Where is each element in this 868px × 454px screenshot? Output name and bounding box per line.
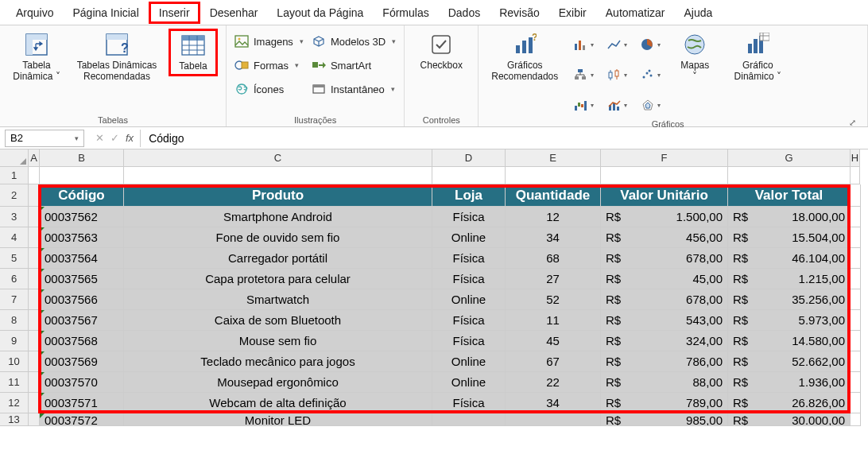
cell-unit[interactable]: R$1.500,00	[601, 207, 728, 227]
cell-unit[interactable]: R$789,00	[601, 393, 728, 413]
cell-loja[interactable]: Online	[432, 289, 506, 310]
cell-total[interactable]: R$30.000,00	[728, 413, 851, 426]
cell-produto[interactable]: Monitor LED	[124, 413, 432, 426]
col-header-A[interactable]: A	[29, 149, 40, 167]
menu-revisao[interactable]: Revisão	[490, 2, 549, 24]
cell-loja[interactable]	[432, 413, 506, 426]
cell-produto[interactable]: Fone de ouvido sem fio	[124, 227, 432, 248]
cell-codigo[interactable]: 00037569	[40, 351, 124, 372]
table-row[interactable]: 00037565Capa protetora para celularFísic…	[29, 269, 868, 289]
cell-unit[interactable]: R$45,00	[601, 269, 728, 289]
row-header-7[interactable]: 7	[0, 289, 29, 310]
cell-loja[interactable]: Online	[432, 227, 506, 248]
pie-chart-button[interactable]: ▾	[637, 32, 663, 57]
pivot-chart-button[interactable]: GráficoDinâmico ˅	[727, 29, 789, 83]
row-header-1[interactable]: 1	[0, 167, 29, 184]
cell-qtd[interactable]: 68	[506, 248, 601, 269]
cell-loja[interactable]: Física	[432, 331, 506, 351]
row-header-5[interactable]: 5	[0, 248, 29, 269]
col-header-C[interactable]: C	[124, 149, 432, 167]
cell-codigo[interactable]: 00037568	[40, 331, 124, 351]
row-header-2[interactable]: 2	[0, 184, 29, 207]
menu-ajuda[interactable]: Ajuda	[674, 2, 722, 24]
cell-qtd[interactable]: 12	[506, 207, 601, 227]
cell-unit[interactable]: R$985,00	[601, 413, 728, 426]
cell-produto[interactable]: Teclado mecânico para jogos	[124, 351, 432, 372]
hierarchy-chart-button[interactable]: ▾	[571, 62, 596, 87]
cell-unit[interactable]: R$324,00	[601, 331, 728, 351]
cell-loja[interactable]: Online	[432, 372, 506, 393]
row-header-8[interactable]: 8	[0, 310, 29, 331]
cell-qtd[interactable]: 22	[506, 372, 601, 393]
cell-produto[interactable]: Smartphone Android	[124, 207, 432, 227]
cancel-icon[interactable]: ✕	[95, 132, 104, 144]
cell-qtd[interactable]: 67	[506, 351, 601, 372]
scatter-chart-button[interactable]: ▾	[637, 62, 663, 87]
name-box-dropdown[interactable]: ▾	[75, 134, 79, 142]
cell-total[interactable]: R$35.256,00	[728, 289, 851, 310]
cell-produto[interactable]: Smartwatch	[124, 289, 432, 310]
cell-produto[interactable]: Webcam de alta definição	[124, 393, 432, 413]
cell-qtd[interactable]: 34	[506, 227, 601, 248]
row-header-13[interactable]: 13	[0, 413, 29, 426]
menu-exibir[interactable]: Exibir	[549, 2, 596, 24]
combo-chart-button[interactable]: ▾	[604, 92, 630, 118]
cell-unit[interactable]: R$678,00	[601, 248, 728, 269]
header-codigo[interactable]: Código	[40, 184, 124, 207]
cell-qtd[interactable]: 11	[506, 310, 601, 331]
cell-codigo[interactable]: 00037566	[40, 289, 124, 310]
menu-layout[interactable]: Layout da Página	[267, 2, 373, 24]
cell-loja[interactable]: Física	[432, 269, 506, 289]
cell-codigo[interactable]: 00037570	[40, 372, 124, 393]
cell-produto[interactable]: Mousepad ergonômico	[124, 372, 432, 393]
row-header-12[interactable]: 12	[0, 393, 29, 413]
cell-loja[interactable]: Física	[432, 248, 506, 269]
cell-unit[interactable]: R$678,00	[601, 289, 728, 310]
cell-unit[interactable]: R$456,00	[601, 227, 728, 248]
row-header-9[interactable]: 9	[0, 331, 29, 351]
table-button[interactable]: Tabela	[169, 29, 218, 76]
col-header-B[interactable]: B	[40, 149, 124, 167]
header-produto[interactable]: Produto	[124, 184, 432, 207]
row-header-6[interactable]: 6	[0, 269, 29, 289]
cell-qtd[interactable]: 34	[506, 393, 601, 413]
cell-codigo[interactable]: 00037571	[40, 393, 124, 413]
table-row[interactable]: 00037566SmartwatchOnline52R$678,00R$35.2…	[29, 289, 868, 310]
cell-loja[interactable]: Física	[432, 207, 506, 227]
cell-produto[interactable]: Caixa de som Bluetooth	[124, 310, 432, 331]
recommended-pivot-button[interactable]: ? Tabelas DinâmicasRecomendadas	[73, 29, 161, 83]
table-row[interactable]: 00037571Webcam de alta definiçãoFísica34…	[29, 393, 868, 413]
cell-unit[interactable]: R$543,00	[601, 310, 728, 331]
column-chart-button[interactable]: ▾	[571, 32, 596, 57]
checkbox-button[interactable]: Checkbox	[413, 29, 470, 72]
cell-codigo[interactable]: 00037567	[40, 310, 124, 331]
header-valor-total[interactable]: Valor Total	[728, 184, 851, 207]
row-header-10[interactable]: 10	[0, 351, 29, 372]
enter-icon[interactable]: ✓	[110, 132, 119, 144]
modelos3d-button[interactable]: Modelos 3D▾	[312, 32, 396, 51]
table-row[interactable]: 00037568Mouse sem fioFísica45R$324,00R$1…	[29, 331, 868, 351]
cell-codigo[interactable]: 00037563	[40, 227, 124, 248]
cell-total[interactable]: R$18.000,00	[728, 207, 851, 227]
pivot-table-button[interactable]: TabelaDinâmica ˅	[8, 29, 65, 83]
table-row[interactable]: 00037564Carregador portátilFísica68R$678…	[29, 248, 868, 269]
cell-produto[interactable]: Carregador portátil	[124, 248, 432, 269]
col-header-G[interactable]: G	[728, 149, 851, 167]
col-header-D[interactable]: D	[432, 149, 506, 167]
line-chart-button[interactable]: ▾	[604, 32, 630, 57]
recommended-charts-button[interactable]: ? GráficosRecomendados	[486, 29, 563, 83]
header-loja[interactable]: Loja	[432, 184, 506, 207]
formas-button[interactable]: Formas▾	[234, 56, 304, 75]
cell-loja[interactable]: Online	[432, 351, 506, 372]
menu-inserir[interactable]: Inserir	[149, 2, 200, 24]
table-row[interactable]: 00037569Teclado mecânico para jogosOnlin…	[29, 351, 868, 372]
table-row[interactable]: 00037567Caixa de som BluetoothFísica11R$…	[29, 310, 868, 331]
cell-codigo[interactable]: 00037572	[40, 413, 124, 426]
col-header-E[interactable]: E	[506, 149, 601, 167]
menu-desenhar[interactable]: Desenhar	[200, 2, 268, 24]
cell-qtd[interactable]: 45	[506, 331, 601, 351]
fx-icon[interactable]: fx	[126, 132, 134, 144]
cell-qtd[interactable]	[506, 413, 601, 426]
menu-formulas[interactable]: Fórmulas	[373, 2, 438, 24]
instantaneo-button[interactable]: Instantâneo▾	[312, 80, 396, 99]
